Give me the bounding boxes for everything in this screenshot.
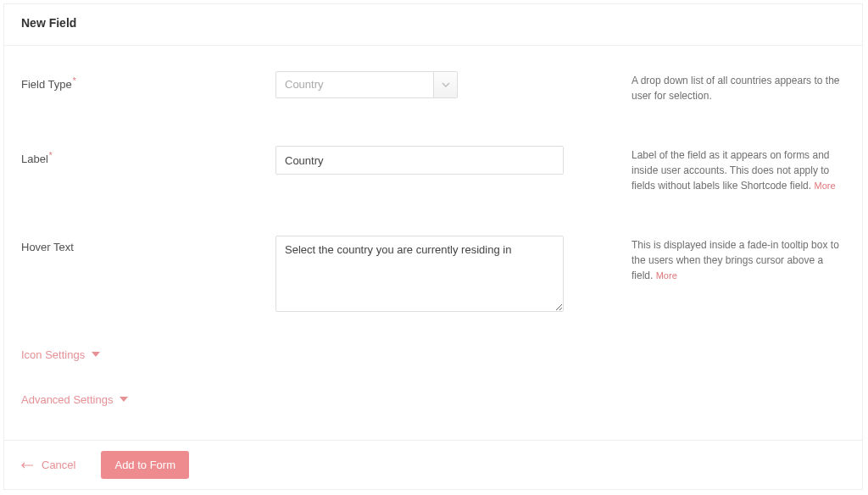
icon-settings-label: Icon Settings <box>21 348 85 361</box>
hover-text-label: Hover Text <box>21 236 275 253</box>
panel-body: Field Type* Country A drop down list of … <box>4 46 862 423</box>
row-field-type: Field Type* Country A drop down list of … <box>21 71 845 103</box>
field-type-label-text: Field Type <box>21 78 72 91</box>
label-label: Label* <box>21 146 275 165</box>
required-asterisk: * <box>49 151 53 160</box>
panel-footer: Cancel Add to Form <box>4 440 862 489</box>
hover-text-input-col <box>275 236 564 314</box>
advanced-settings-label: Advanced Settings <box>21 393 113 406</box>
icon-settings-toggle[interactable]: Icon Settings <box>21 348 845 361</box>
field-type-help: A drop down list of all countries appear… <box>564 71 845 103</box>
cancel-button[interactable]: Cancel <box>21 459 75 471</box>
field-type-select[interactable]: Country <box>275 71 458 98</box>
field-type-help-text: A drop down list of all countries appear… <box>632 75 839 102</box>
hover-text-input[interactable] <box>275 236 564 312</box>
row-label: Label* Label of the field as it appears … <box>21 146 845 193</box>
field-type-input-col: Country <box>275 71 564 98</box>
field-type-label: Field Type* <box>21 71 275 91</box>
caret-down-icon <box>92 352 100 358</box>
hover-text-help: This is displayed inside a fade-in toolt… <box>564 236 845 283</box>
arrow-left-icon <box>21 459 33 471</box>
label-label-text: Label <box>21 153 48 165</box>
cancel-label: Cancel <box>42 459 75 471</box>
advanced-settings-toggle[interactable]: Advanced Settings <box>21 393 845 406</box>
label-help-text: Label of the field as it appears on form… <box>632 149 829 192</box>
label-help: Label of the field as it appears on form… <box>564 146 845 193</box>
caret-down-icon <box>120 397 128 403</box>
new-field-panel: New Field Field Type* Country A drop dow… <box>3 3 863 490</box>
label-input-col <box>275 146 564 175</box>
hover-text-label-text: Hover Text <box>21 241 74 253</box>
panel-title: New Field <box>21 16 845 30</box>
panel-header: New Field <box>4 4 862 46</box>
label-input[interactable] <box>275 146 564 175</box>
required-asterisk: * <box>73 76 76 86</box>
chevron-down-icon <box>433 72 457 97</box>
hover-text-more-link[interactable]: More <box>656 270 677 281</box>
row-hover-text: Hover Text This is displayed inside a fa… <box>21 236 845 314</box>
label-more-link[interactable]: More <box>814 181 835 191</box>
field-type-select-value: Country <box>276 72 433 97</box>
add-to-form-button[interactable]: Add to Form <box>101 451 189 479</box>
